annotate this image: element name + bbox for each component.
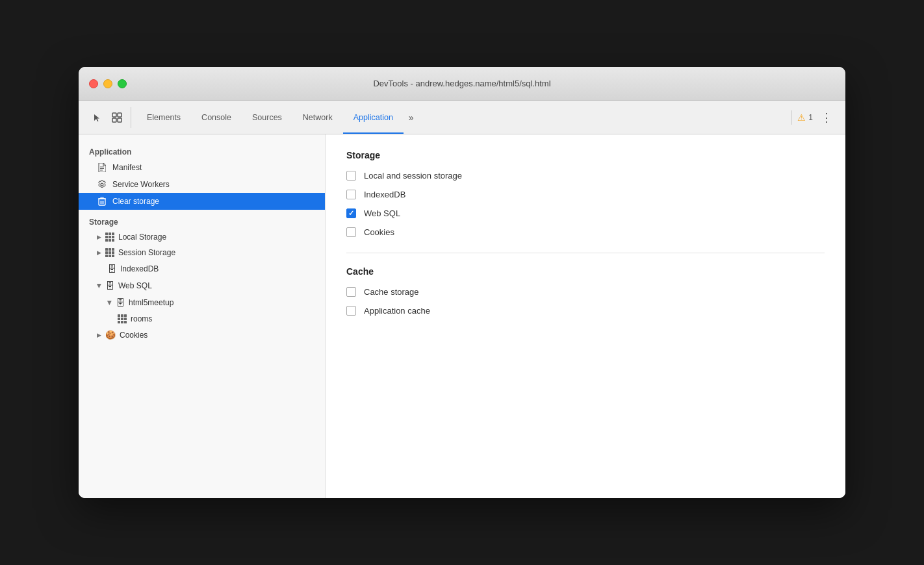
cursor-icon[interactable] <box>89 109 106 126</box>
chevron-right-icon-cookies: ▶ <box>97 332 101 338</box>
manifest-label: Manifest <box>112 163 142 172</box>
cache-checkbox-group: Cache storage Application cache <box>346 287 825 316</box>
toolbar-icons <box>84 107 131 128</box>
local-session-checkbox-label: Local and session storage <box>364 171 462 181</box>
trash-icon <box>97 196 107 207</box>
cookie-icon: 🍪 <box>105 330 116 340</box>
minimize-button[interactable] <box>103 79 112 88</box>
storage-section-header: Storage <box>346 150 825 160</box>
warning-count: 1 <box>808 113 813 122</box>
checkbox-item-cookies[interactable]: Cookies <box>346 227 825 237</box>
web-sql-checkbox[interactable] <box>346 208 356 218</box>
sidebar: Application Manifest <box>79 134 326 498</box>
grid-icon-rooms <box>118 314 127 323</box>
cookies-label: Cookies <box>120 331 148 340</box>
service-workers-label: Service Workers <box>112 180 170 189</box>
inspect-icon[interactable] <box>109 109 125 126</box>
svg-rect-1 <box>118 113 122 117</box>
tab-console[interactable]: Console <box>191 101 242 134</box>
close-button[interactable] <box>89 79 98 88</box>
indexeddb-label: IndexedDB <box>120 264 159 273</box>
sidebar-item-html5meetup[interactable]: ▶ 🗄 html5meetup <box>79 294 325 311</box>
checkbox-item-cache-storage[interactable]: Cache storage <box>346 287 825 297</box>
app-section-title: Application <box>79 142 325 159</box>
window-title: DevTools - andrew.hedges.name/html5/sql.… <box>373 79 550 88</box>
gear-icon <box>97 179 107 190</box>
html5meetup-label: html5meetup <box>129 298 173 307</box>
indexeddb-checkbox[interactable] <box>346 190 356 199</box>
clear-storage-label: Clear storage <box>112 197 159 206</box>
app-cache-checkbox-label: Application cache <box>364 306 430 316</box>
sidebar-item-manifest[interactable]: Manifest <box>79 159 325 176</box>
chevron-down-icon-html5meetup: ▶ <box>107 301 113 305</box>
svg-rect-3 <box>118 118 122 122</box>
maximize-button[interactable] <box>118 79 127 88</box>
grid-icon-local <box>105 232 114 242</box>
cookies-checkbox[interactable] <box>346 227 356 237</box>
sidebar-item-indexeddb[interactable]: 🗄 IndexedDB <box>79 260 325 277</box>
web-sql-label: Web SQL <box>118 281 152 290</box>
sidebar-item-web-sql[interactable]: ▶ 🗄 Web SQL <box>79 277 325 294</box>
tab-sources[interactable]: Sources <box>242 101 292 134</box>
sidebar-item-local-storage[interactable]: ▶ Local Storage <box>79 229 325 245</box>
content-pane: Storage Local and session storage Indexe… <box>326 134 845 498</box>
cylinder-icon-html5meetup: 🗄 <box>116 297 125 308</box>
chevron-right-icon: ▶ <box>97 234 101 240</box>
app-cache-checkbox[interactable] <box>346 306 356 316</box>
session-storage-label: Session Storage <box>118 248 175 257</box>
svg-rect-9 <box>101 197 103 199</box>
indexeddb-checkbox-label: IndexedDB <box>364 190 405 199</box>
checkbox-item-indexeddb[interactable]: IndexedDB <box>346 190 825 199</box>
tab-network[interactable]: Network <box>292 101 343 134</box>
warning-icon: ⚠ <box>797 112 806 123</box>
tab-application[interactable]: Application <box>343 101 404 134</box>
chevron-right-icon-session: ▶ <box>97 249 101 256</box>
sidebar-item-rooms[interactable]: rooms <box>79 311 325 327</box>
checkbox-item-web-sql[interactable]: Web SQL <box>346 208 825 218</box>
cache-section-header: Cache <box>346 266 825 277</box>
storage-checkbox-group: Local and session storage IndexedDB Web … <box>346 171 825 237</box>
grid-icon-session <box>105 248 114 257</box>
main-content: Application Manifest <box>79 134 845 498</box>
tab-elements[interactable]: Elements <box>136 101 191 134</box>
sidebar-item-cookies[interactable]: ▶ 🍪 Cookies <box>79 327 325 343</box>
titlebar: DevTools - andrew.hedges.name/html5/sql.… <box>79 67 845 101</box>
tabs: Elements Console Sources Network Applica… <box>136 101 791 134</box>
cache-storage-checkbox[interactable] <box>346 287 356 297</box>
sidebar-item-service-workers[interactable]: Service Workers <box>79 176 325 193</box>
local-session-checkbox[interactable] <box>346 171 356 181</box>
cylinder-icon-indexeddb: 🗄 <box>107 264 116 274</box>
storage-section-title: Storage <box>79 210 325 229</box>
warning-badge[interactable]: ⚠ 1 <box>797 112 813 123</box>
chevron-down-icon-websql: ▶ <box>96 284 103 288</box>
toolbar-right: ⚠ 1 ⋮ <box>791 110 840 125</box>
section-divider <box>346 253 825 253</box>
devtools-window: DevTools - andrew.hedges.name/html5/sql.… <box>79 67 845 498</box>
svg-rect-2 <box>112 118 116 122</box>
toolbar: Elements Console Sources Network Applica… <box>79 101 845 134</box>
rooms-label: rooms <box>131 314 152 323</box>
more-options-button[interactable]: ⋮ <box>818 110 835 125</box>
web-sql-checkbox-label: Web SQL <box>364 208 400 218</box>
cookies-checkbox-label: Cookies <box>364 227 394 237</box>
local-storage-label: Local Storage <box>118 232 166 242</box>
more-tabs-button[interactable]: » <box>404 112 419 123</box>
checkbox-item-local-session[interactable]: Local and session storage <box>346 171 825 181</box>
sidebar-item-session-storage[interactable]: ▶ Session Storage <box>79 245 325 260</box>
cylinder-icon-websql: 🗄 <box>105 281 114 291</box>
svg-rect-0 <box>112 113 116 117</box>
checkbox-item-app-cache[interactable]: Application cache <box>346 306 825 316</box>
traffic-lights <box>89 79 127 88</box>
sidebar-item-clear-storage[interactable]: Clear storage <box>79 193 325 210</box>
cache-storage-checkbox-label: Cache storage <box>364 287 419 297</box>
file-icon <box>97 162 107 173</box>
